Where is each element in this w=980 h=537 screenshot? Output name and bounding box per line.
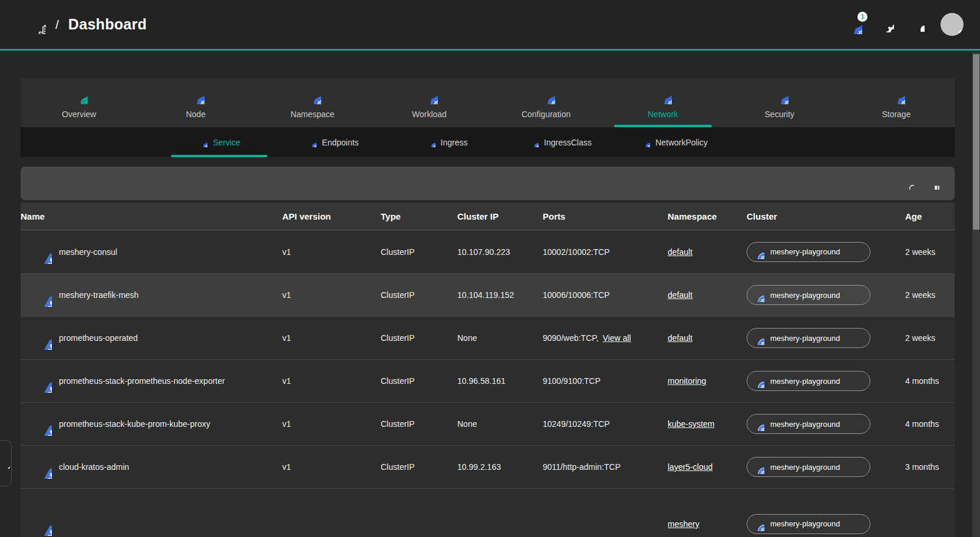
ports-value: 10006/10006:TCP bbox=[543, 290, 610, 300]
table-row[interactable]: meshery-traefik-mesh v1 ClusterIP 10.104… bbox=[21, 273, 955, 316]
view-columns-button[interactable] bbox=[927, 177, 939, 190]
kubernetes-icon bbox=[306, 137, 316, 147]
table-row[interactable]: prometheus-operated v1 ClusterIP None 90… bbox=[21, 316, 955, 359]
kubernetes-icon bbox=[750, 460, 764, 474]
column-header-type: Type bbox=[381, 211, 457, 221]
service-icon bbox=[28, 283, 52, 307]
k8s-icon bbox=[771, 87, 788, 104]
kubernetes-icon bbox=[750, 331, 764, 345]
table-row[interactable]: meshery-consul v1 ClusterIP 10.107.90.22… bbox=[21, 230, 955, 273]
cluster-ip: None bbox=[457, 333, 543, 343]
service-type: ClusterIP bbox=[381, 247, 457, 257]
namespace-link[interactable]: default bbox=[668, 290, 692, 300]
kubernetes-icon bbox=[750, 417, 764, 431]
ports-value: 9090/web:TCP, bbox=[543, 333, 599, 343]
cluster-chip[interactable]: meshery-playground bbox=[747, 328, 870, 348]
service-icon bbox=[28, 412, 52, 436]
table-body: meshery-consul v1 ClusterIP 10.107.90.22… bbox=[21, 230, 955, 537]
view-all-link[interactable]: View all bbox=[603, 333, 631, 343]
api-version: v1 bbox=[282, 419, 381, 429]
k8s-icon bbox=[654, 87, 672, 104]
service-type: ClusterIP bbox=[381, 376, 457, 386]
cluster-chip[interactable]: meshery-playground bbox=[747, 414, 870, 434]
scrollbar-track[interactable] bbox=[972, 52, 980, 537]
k8s-icon bbox=[187, 87, 204, 104]
namespace-link[interactable]: meshery bbox=[668, 519, 699, 529]
namespace-link[interactable]: kube-system bbox=[668, 419, 714, 429]
kubernetes-context-button[interactable]: 1 bbox=[843, 15, 862, 34]
search-button[interactable] bbox=[902, 177, 914, 190]
k8s-icon bbox=[887, 87, 905, 104]
column-header-ports: Ports bbox=[543, 211, 668, 221]
subtab-ingress[interactable]: Ingress bbox=[390, 127, 503, 157]
table-row[interactable]: prometheus-stack-kube-prom-kube-proxy v1… bbox=[21, 402, 955, 445]
cluster-chip[interactable]: meshery-playground bbox=[747, 285, 870, 305]
cluster-chip[interactable]: meshery-playground bbox=[747, 242, 870, 262]
service-icon bbox=[28, 512, 52, 536]
namespace-link[interactable]: layer5-cloud bbox=[668, 462, 712, 472]
namespace-link[interactable]: monitoring bbox=[668, 376, 706, 386]
drawer-collapse-toggle[interactable] bbox=[0, 440, 12, 486]
kubernetes-icon bbox=[750, 517, 764, 531]
search-icon bbox=[902, 177, 914, 190]
service-icon bbox=[28, 240, 52, 264]
settings-button[interactable] bbox=[878, 16, 894, 32]
age: 2 weeks bbox=[905, 290, 955, 300]
age: 4 months bbox=[905, 419, 955, 429]
service-type: ClusterIP bbox=[381, 419, 457, 429]
tab-workload[interactable]: Workload bbox=[371, 78, 487, 127]
notifications-button[interactable] bbox=[910, 17, 925, 32]
tab-node[interactable]: Node bbox=[137, 78, 254, 127]
meshery-icon bbox=[70, 87, 88, 104]
tab-configuration[interactable]: Configuration bbox=[488, 78, 605, 127]
tab-security[interactable]: Security bbox=[721, 78, 838, 127]
service-name: meshery-consul bbox=[59, 247, 117, 257]
k8s-icon bbox=[303, 87, 321, 104]
service-type: ClusterIP bbox=[381, 462, 457, 472]
tab-overview[interactable]: Overview bbox=[21, 78, 137, 127]
kubernetes-icon bbox=[197, 137, 207, 147]
kubernetes-icon bbox=[750, 374, 764, 388]
avatar[interactable] bbox=[941, 13, 963, 36]
breadcrumb-separator: / bbox=[55, 18, 59, 32]
namespace-link[interactable]: default bbox=[668, 333, 692, 343]
cluster-chip[interactable]: meshery-playground bbox=[747, 457, 870, 477]
breadcrumb: / Dashboard bbox=[27, 15, 147, 34]
age: 4 months bbox=[905, 376, 955, 386]
service-name: prometheus-stack-prometheus-node-exporte… bbox=[59, 376, 225, 386]
tab-namespace[interactable]: Namespace bbox=[254, 78, 371, 127]
subtab-networkpolicy[interactable]: NetworkPolicy bbox=[617, 127, 731, 157]
service-icon bbox=[28, 455, 52, 479]
service-name: cloud-kratos-admin bbox=[59, 462, 129, 472]
ports-value: 10002/10002:TCP bbox=[543, 247, 610, 257]
services-table: NameAPI versionTypeCluster IPPortsNamesp… bbox=[21, 203, 955, 537]
api-version: v1 bbox=[282, 247, 381, 257]
service-name: prometheus-operated bbox=[59, 333, 138, 343]
gear-icon bbox=[878, 16, 894, 32]
api-version: v1 bbox=[282, 290, 381, 300]
topbar-actions: 1 bbox=[843, 13, 963, 36]
subtab-endpoints[interactable]: Endpoints bbox=[276, 127, 390, 157]
cluster-chip[interactable]: meshery-playground bbox=[747, 371, 870, 391]
cluster-chip[interactable]: meshery-playground bbox=[747, 514, 870, 534]
service-type: ClusterIP bbox=[381, 333, 457, 343]
table-row[interactable]: meshery meshery-playground bbox=[21, 488, 955, 537]
api-version: v1 bbox=[282, 462, 381, 472]
chevron-left-icon bbox=[0, 458, 10, 469]
api-version: v1 bbox=[282, 333, 381, 343]
sub-tabs: Service Endpoints Ingress IngressClass N… bbox=[21, 127, 955, 157]
organization-icon[interactable] bbox=[27, 15, 46, 34]
cluster-ip: 10.99.2.163 bbox=[457, 462, 543, 472]
tab-network[interactable]: Network bbox=[605, 78, 721, 127]
scrollbar-thumb[interactable] bbox=[973, 54, 979, 230]
kubernetes-icon bbox=[640, 137, 650, 147]
tab-storage[interactable]: Storage bbox=[838, 78, 955, 127]
cluster-ip: None bbox=[457, 419, 543, 429]
cluster-ip: 10.107.90.223 bbox=[457, 247, 543, 257]
subtab-service[interactable]: Service bbox=[162, 127, 276, 157]
subtab-ingressclass[interactable]: IngressClass bbox=[503, 127, 617, 157]
table-row[interactable]: cloud-kratos-admin v1 ClusterIP 10.99.2.… bbox=[21, 445, 955, 488]
namespace-link[interactable]: default bbox=[668, 247, 692, 257]
api-version: v1 bbox=[282, 376, 381, 386]
table-row[interactable]: prometheus-stack-prometheus-node-exporte… bbox=[21, 359, 955, 402]
